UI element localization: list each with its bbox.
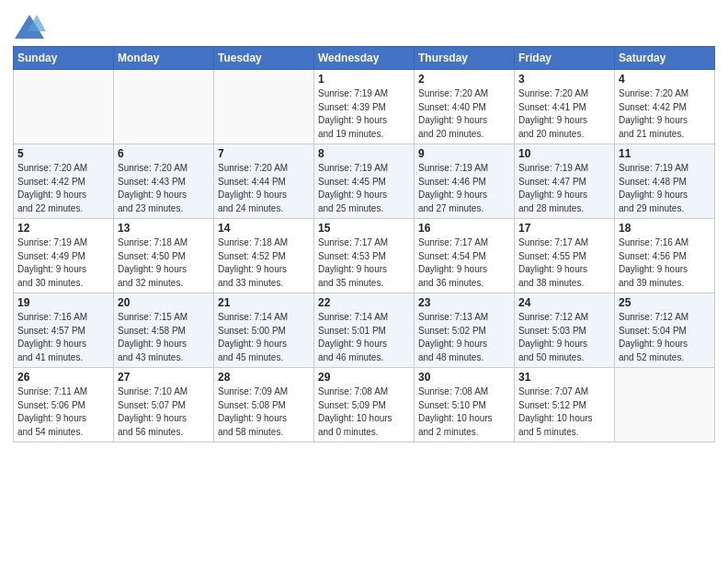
day-cell: 6Sunrise: 7:20 AM Sunset: 4:43 PM Daylig…	[114, 144, 214, 219]
page: SundayMondayTuesdayWednesdayThursdayFrid…	[0, 0, 728, 455]
day-number: 21	[218, 296, 310, 309]
day-number: 19	[17, 296, 109, 309]
day-info: Sunrise: 7:07 AM Sunset: 5:12 PM Dayligh…	[518, 385, 610, 439]
day-number: 12	[17, 222, 109, 235]
day-info: Sunrise: 7:16 AM Sunset: 4:56 PM Dayligh…	[619, 236, 711, 290]
day-cell: 26Sunrise: 7:11 AM Sunset: 5:06 PM Dayli…	[14, 368, 114, 442]
day-number: 9	[418, 147, 510, 160]
day-cell: 14Sunrise: 7:18 AM Sunset: 4:52 PM Dayli…	[214, 219, 314, 293]
day-number: 5	[17, 147, 109, 160]
day-cell: 3Sunrise: 7:20 AM Sunset: 4:41 PM Daylig…	[515, 70, 615, 144]
day-number: 16	[418, 222, 510, 235]
day-number: 10	[518, 147, 610, 160]
day-info: Sunrise: 7:20 AM Sunset: 4:42 PM Dayligh…	[17, 162, 109, 215]
day-number: 3	[518, 73, 610, 86]
day-info: Sunrise: 7:15 AM Sunset: 4:58 PM Dayligh…	[118, 311, 210, 364]
week-row-2: 5Sunrise: 7:20 AM Sunset: 4:42 PM Daylig…	[14, 144, 715, 219]
day-info: Sunrise: 7:19 AM Sunset: 4:47 PM Dayligh…	[518, 162, 610, 215]
day-cell	[114, 70, 214, 144]
day-cell: 29Sunrise: 7:08 AM Sunset: 5:09 PM Dayli…	[314, 368, 415, 442]
day-number: 26	[17, 371, 109, 384]
weekday-header-sunday: Sunday	[14, 47, 114, 70]
day-cell: 1Sunrise: 7:19 AM Sunset: 4:39 PM Daylig…	[314, 70, 415, 144]
day-info: Sunrise: 7:17 AM Sunset: 4:53 PM Dayligh…	[318, 236, 410, 290]
day-info: Sunrise: 7:12 AM Sunset: 5:04 PM Dayligh…	[619, 311, 711, 364]
day-cell: 18Sunrise: 7:16 AM Sunset: 4:56 PM Dayli…	[615, 219, 715, 293]
day-number: 25	[619, 296, 711, 309]
day-number: 31	[518, 371, 610, 384]
weekday-header-thursday: Thursday	[415, 47, 515, 70]
day-info: Sunrise: 7:19 AM Sunset: 4:45 PM Dayligh…	[318, 162, 410, 215]
day-number: 14	[218, 222, 310, 235]
weekday-header-tuesday: Tuesday	[214, 47, 314, 70]
day-cell: 25Sunrise: 7:12 AM Sunset: 5:04 PM Dayli…	[615, 293, 715, 368]
day-number: 28	[218, 371, 310, 384]
day-number: 6	[118, 147, 210, 160]
day-number: 20	[118, 296, 210, 309]
day-number: 17	[518, 222, 610, 235]
day-info: Sunrise: 7:17 AM Sunset: 4:54 PM Dayligh…	[418, 236, 510, 290]
day-info: Sunrise: 7:19 AM Sunset: 4:46 PM Dayligh…	[418, 162, 510, 215]
day-number: 30	[418, 371, 510, 384]
day-cell: 27Sunrise: 7:10 AM Sunset: 5:07 PM Dayli…	[114, 368, 214, 442]
day-cell	[14, 70, 114, 144]
day-cell: 12Sunrise: 7:19 AM Sunset: 4:49 PM Dayli…	[14, 219, 114, 293]
weekday-header-saturday: Saturday	[615, 47, 715, 70]
day-cell: 7Sunrise: 7:20 AM Sunset: 4:44 PM Daylig…	[214, 144, 314, 219]
day-number: 22	[318, 296, 410, 309]
day-info: Sunrise: 7:20 AM Sunset: 4:43 PM Dayligh…	[118, 162, 210, 215]
day-cell: 2Sunrise: 7:20 AM Sunset: 4:40 PM Daylig…	[415, 70, 515, 144]
week-row-5: 26Sunrise: 7:11 AM Sunset: 5:06 PM Dayli…	[14, 368, 715, 442]
day-cell: 16Sunrise: 7:17 AM Sunset: 4:54 PM Dayli…	[415, 219, 515, 293]
day-cell: 21Sunrise: 7:14 AM Sunset: 5:00 PM Dayli…	[214, 293, 314, 368]
day-cell: 24Sunrise: 7:12 AM Sunset: 5:03 PM Dayli…	[515, 293, 615, 368]
logo-icon	[13, 13, 46, 40]
week-row-3: 12Sunrise: 7:19 AM Sunset: 4:49 PM Dayli…	[14, 219, 715, 293]
day-info: Sunrise: 7:19 AM Sunset: 4:48 PM Dayligh…	[619, 162, 711, 215]
day-cell: 10Sunrise: 7:19 AM Sunset: 4:47 PM Dayli…	[515, 144, 615, 219]
day-number: 24	[518, 296, 610, 309]
day-number: 2	[418, 73, 510, 86]
logo	[13, 13, 50, 40]
header	[13, 9, 715, 40]
day-info: Sunrise: 7:20 AM Sunset: 4:40 PM Dayligh…	[418, 87, 510, 141]
day-info: Sunrise: 7:10 AM Sunset: 5:07 PM Dayligh…	[118, 385, 210, 439]
day-info: Sunrise: 7:16 AM Sunset: 4:57 PM Dayligh…	[17, 311, 109, 364]
day-cell: 19Sunrise: 7:16 AM Sunset: 4:57 PM Dayli…	[14, 293, 114, 368]
day-info: Sunrise: 7:17 AM Sunset: 4:55 PM Dayligh…	[518, 236, 610, 290]
day-number: 11	[619, 147, 711, 160]
weekday-header-row: SundayMondayTuesdayWednesdayThursdayFrid…	[14, 47, 715, 70]
day-cell: 28Sunrise: 7:09 AM Sunset: 5:08 PM Dayli…	[214, 368, 314, 442]
day-info: Sunrise: 7:19 AM Sunset: 4:39 PM Dayligh…	[318, 87, 410, 141]
day-info: Sunrise: 7:12 AM Sunset: 5:03 PM Dayligh…	[518, 311, 610, 364]
day-cell: 11Sunrise: 7:19 AM Sunset: 4:48 PM Dayli…	[615, 144, 715, 219]
day-info: Sunrise: 7:18 AM Sunset: 4:52 PM Dayligh…	[218, 236, 310, 290]
day-cell	[214, 70, 314, 144]
weekday-header-monday: Monday	[114, 47, 214, 70]
day-number: 23	[418, 296, 510, 309]
day-number: 4	[619, 73, 711, 86]
day-info: Sunrise: 7:18 AM Sunset: 4:50 PM Dayligh…	[118, 236, 210, 290]
week-row-1: 1Sunrise: 7:19 AM Sunset: 4:39 PM Daylig…	[14, 70, 715, 144]
weekday-header-wednesday: Wednesday	[314, 47, 415, 70]
weekday-header-friday: Friday	[515, 47, 615, 70]
day-cell: 4Sunrise: 7:20 AM Sunset: 4:42 PM Daylig…	[615, 70, 715, 144]
day-cell	[615, 368, 715, 442]
day-cell: 13Sunrise: 7:18 AM Sunset: 4:50 PM Dayli…	[114, 219, 214, 293]
day-cell: 31Sunrise: 7:07 AM Sunset: 5:12 PM Dayli…	[515, 368, 615, 442]
day-info: Sunrise: 7:20 AM Sunset: 4:42 PM Dayligh…	[619, 87, 711, 141]
day-info: Sunrise: 7:20 AM Sunset: 4:44 PM Dayligh…	[218, 162, 310, 215]
day-cell: 9Sunrise: 7:19 AM Sunset: 4:46 PM Daylig…	[415, 144, 515, 219]
day-info: Sunrise: 7:11 AM Sunset: 5:06 PM Dayligh…	[17, 385, 109, 439]
day-cell: 8Sunrise: 7:19 AM Sunset: 4:45 PM Daylig…	[314, 144, 415, 219]
day-number: 7	[218, 147, 310, 160]
day-info: Sunrise: 7:14 AM Sunset: 5:01 PM Dayligh…	[318, 311, 410, 364]
calendar-table: SundayMondayTuesdayWednesdayThursdayFrid…	[13, 46, 715, 442]
day-info: Sunrise: 7:13 AM Sunset: 5:02 PM Dayligh…	[418, 311, 510, 364]
day-info: Sunrise: 7:19 AM Sunset: 4:49 PM Dayligh…	[17, 236, 109, 290]
day-cell: 22Sunrise: 7:14 AM Sunset: 5:01 PM Dayli…	[314, 293, 415, 368]
day-number: 1	[318, 73, 410, 86]
day-cell: 17Sunrise: 7:17 AM Sunset: 4:55 PM Dayli…	[515, 219, 615, 293]
day-cell: 15Sunrise: 7:17 AM Sunset: 4:53 PM Dayli…	[314, 219, 415, 293]
day-info: Sunrise: 7:08 AM Sunset: 5:10 PM Dayligh…	[418, 385, 510, 439]
